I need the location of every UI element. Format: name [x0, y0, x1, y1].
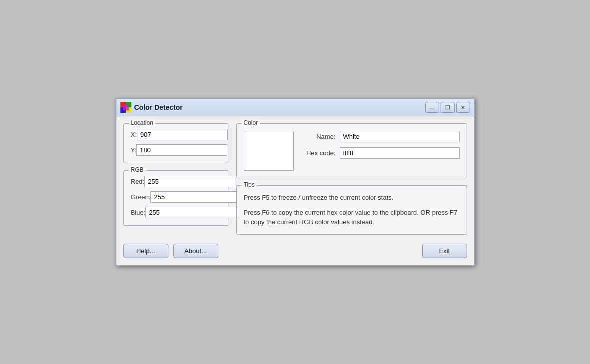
- x-label: X:: [131, 131, 137, 138]
- titlebar: Color Detector — ❒ ✕: [116, 99, 474, 116]
- x-input[interactable]: [137, 129, 228, 140]
- app-icon: [120, 102, 131, 113]
- restore-button[interactable]: ❒: [441, 102, 455, 113]
- left-panel: Location X: Y: RGB Red:: [123, 123, 228, 235]
- y-label: Y:: [131, 146, 137, 154]
- minimize-button[interactable]: —: [425, 102, 439, 113]
- y-field-row: Y:: [131, 144, 221, 156]
- green-input[interactable]: [150, 191, 241, 203]
- tip1-text: Press F5 to freeze / unfreeze the curren…: [244, 193, 460, 203]
- right-panel: Color Name: Hex code:: [236, 123, 467, 235]
- color-name-row: Name:: [302, 131, 460, 142]
- color-panel-inner: Name: Hex code:: [244, 129, 460, 171]
- blue-label: Blue:: [131, 209, 146, 216]
- location-group-title: Location: [129, 119, 155, 126]
- location-group: Location X: Y:: [123, 123, 228, 163]
- close-button[interactable]: ✕: [456, 102, 470, 113]
- blue-input[interactable]: [145, 207, 236, 218]
- titlebar-left: Color Detector: [120, 102, 183, 113]
- help-button[interactable]: Help...: [123, 244, 168, 258]
- x-field-row: X:: [131, 129, 221, 140]
- tip2-text: Press F6 to copy the current hex color v…: [244, 208, 460, 227]
- color-preview: [244, 131, 294, 171]
- color-hex-input[interactable]: [340, 147, 460, 159]
- bottom-left-buttons: Help... About...: [123, 244, 218, 258]
- window-content: Location X: Y: RGB Red:: [116, 116, 474, 265]
- tips-text: Press F5 to freeze / unfreeze the curren…: [244, 191, 460, 227]
- color-name-input[interactable]: [340, 131, 460, 142]
- red-label: Red:: [131, 178, 144, 185]
- color-fields: Name: Hex code:: [302, 131, 460, 159]
- green-field-row: Green:: [131, 191, 221, 203]
- exit-button[interactable]: Exit: [422, 244, 467, 258]
- svg-rect-4: [123, 104, 129, 110]
- window-title: Color Detector: [134, 103, 183, 111]
- color-group-title: Color: [242, 119, 260, 126]
- color-group: Color Name: Hex code:: [236, 123, 467, 178]
- color-name-label: Name:: [302, 133, 336, 140]
- about-button[interactable]: About...: [173, 244, 218, 258]
- y-input[interactable]: [136, 144, 227, 156]
- main-window: Color Detector — ❒ ✕ Location X: Y:: [115, 98, 475, 266]
- tips-group-title: Tips: [242, 181, 257, 188]
- red-field-row: Red:: [131, 176, 221, 187]
- rgb-group-title: RGB: [129, 166, 146, 173]
- main-panels: Location X: Y: RGB Red:: [123, 123, 467, 235]
- color-hex-row: Hex code:: [302, 147, 460, 159]
- green-label: Green:: [131, 193, 151, 201]
- red-input[interactable]: [144, 176, 235, 187]
- bottom-bar: Help... About... Exit: [123, 242, 467, 258]
- blue-field-row: Blue:: [131, 207, 221, 218]
- titlebar-buttons: — ❒ ✕: [425, 102, 470, 113]
- tips-group: Tips Press F5 to freeze / unfreeze the c…: [236, 185, 467, 235]
- color-hex-label: Hex code:: [302, 149, 336, 157]
- rgb-group: RGB Red: Green: Blue:: [123, 170, 228, 226]
